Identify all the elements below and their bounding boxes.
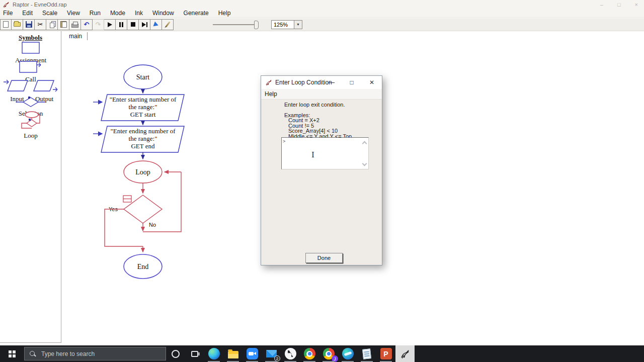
dialog-minimize-icon[interactable]: —: [321, 76, 342, 89]
input2-text: GET end: [131, 142, 155, 150]
pen-icon: [165, 21, 170, 27]
raptor-app-icon: [3, 1, 10, 8]
taskbar-search[interactable]: [24, 347, 166, 360]
toolbar: ✂ ↶ ↷ 125% ▼: [0, 18, 644, 31]
call-shape-icon: [17, 60, 44, 73]
taskbar-webex[interactable]: [338, 345, 357, 362]
slider-thumb[interactable]: [254, 21, 259, 29]
menu-generate[interactable]: Generate: [184, 10, 209, 17]
flowchart-svg: Start "Enter starting number of the rang…: [62, 41, 273, 333]
print-button[interactable]: [69, 19, 81, 30]
input2-text: "Enter ending number of: [110, 127, 176, 135]
cut-button[interactable]: ✂: [35, 19, 46, 30]
ink-pen-button[interactable]: [162, 19, 174, 30]
webex-icon: [342, 348, 354, 359]
input1-text: "Enter starting number of: [110, 96, 177, 103]
dialog-menu-help[interactable]: Help: [265, 90, 277, 98]
input2-text: the range:": [129, 135, 157, 142]
taskbar-edge[interactable]: [204, 345, 223, 362]
taskbar: 2 J P W ? 22°C ☁ ENG: [0, 345, 644, 362]
taskbar-antivirus[interactable]: [281, 345, 300, 362]
task-view-button[interactable]: [185, 345, 204, 362]
windows-logo-icon: [9, 350, 16, 357]
menu-file[interactable]: File: [3, 10, 13, 17]
no-label: No: [149, 222, 156, 228]
dialog-title-bar[interactable]: Enter Loop Condition — □ ✕: [261, 76, 382, 89]
dialog-maximize-icon[interactable]: □: [342, 76, 362, 89]
run-to-cursor-button[interactable]: [150, 19, 162, 30]
file-explorer-icon: [228, 351, 238, 358]
assignment-shape-icon: [20, 41, 42, 54]
zoom-value: 125%: [274, 22, 288, 28]
menu-scale[interactable]: Scale: [42, 10, 57, 17]
taskbar-chrome-profile[interactable]: J: [319, 345, 338, 362]
chevron-down-icon[interactable]: ▼: [294, 20, 302, 29]
sidebar-item-loop[interactable]: Loop: [0, 111, 61, 140]
start-button[interactable]: [0, 345, 24, 362]
taskbar-zoom-app[interactable]: [243, 345, 262, 362]
screen: Raptor - EvneOdd.rap – □ × File Edit Sca…: [0, 0, 644, 362]
menu-help[interactable]: Help: [218, 10, 231, 17]
cut-scissors-icon: ✂: [38, 21, 43, 28]
taskbar-raptor-active[interactable]: [395, 345, 415, 362]
chrome-icon: [304, 348, 315, 359]
taskbar-mail[interactable]: 2: [262, 345, 281, 362]
powerpoint-icon: P: [380, 348, 392, 359]
stop-button[interactable]: [127, 19, 139, 30]
dialog-menu-bar: Help: [261, 89, 382, 100]
menu-mode[interactable]: Mode: [110, 10, 125, 17]
scroll-up-icon[interactable]: [362, 141, 366, 145]
cursor-arrow-icon: [153, 21, 159, 27]
menu-edit[interactable]: Edit: [22, 10, 33, 17]
menu-window[interactable]: Window: [152, 10, 174, 17]
redo-button[interactable]: ↷: [93, 19, 104, 30]
paste-button[interactable]: [58, 19, 69, 30]
zoom-dropdown[interactable]: 125% ▼: [271, 20, 294, 29]
close-icon[interactable]: ×: [635, 2, 638, 8]
raptor-taskbar-icon: [400, 349, 410, 359]
taskbar-file-explorer[interactable]: [223, 345, 243, 362]
search-input[interactable]: [41, 350, 157, 357]
menu-view[interactable]: View: [67, 10, 80, 17]
scroll-down-icon[interactable]: [362, 162, 366, 166]
loop-label: Loop: [135, 168, 150, 176]
symbol-label: Loop: [0, 132, 61, 140]
input1-text: GET start: [130, 111, 156, 118]
menu-ink[interactable]: Ink: [135, 10, 143, 17]
step-button[interactable]: [139, 19, 150, 30]
copy-button[interactable]: [46, 19, 58, 30]
dialog-prompt: Enter loop exit condition.: [284, 102, 352, 108]
undo-button[interactable]: ↶: [81, 19, 93, 30]
example-line: Score_Array[4] < 10: [284, 128, 352, 134]
maximize-icon[interactable]: □: [617, 2, 621, 8]
new-file-button[interactable]: [0, 19, 12, 30]
dialog-close-icon[interactable]: ✕: [362, 76, 382, 89]
taskbar-notepad[interactable]: [357, 345, 376, 362]
taskbar-chrome[interactable]: [300, 345, 319, 362]
selection-shape-icon: [13, 97, 48, 108]
run-button[interactable]: [104, 19, 116, 30]
speed-slider[interactable]: [213, 20, 259, 29]
open-folder-icon: [14, 22, 21, 27]
ibeam-cursor: I: [311, 150, 314, 159]
print-icon: [71, 24, 78, 28]
cortana-button[interactable]: [166, 345, 185, 362]
condition-input[interactable]: >: [281, 137, 369, 169]
tab-main[interactable]: main: [63, 33, 87, 40]
example-line: Count = X+2: [284, 118, 352, 123]
collapse-icon[interactable]: [123, 196, 131, 202]
start-label: Start: [136, 73, 150, 81]
minimize-icon[interactable]: –: [600, 2, 603, 8]
done-button[interactable]: Done: [305, 253, 343, 263]
paste-clipboard-icon: [60, 21, 66, 28]
input1-text: the range:": [129, 103, 157, 111]
pause-button[interactable]: [116, 19, 127, 30]
save-button[interactable]: [23, 19, 35, 30]
antivirus-icon: [285, 348, 296, 359]
taskbar-powerpoint[interactable]: P: [376, 345, 395, 362]
open-file-button[interactable]: [12, 19, 23, 30]
stop-icon: [131, 22, 135, 27]
menu-run[interactable]: Run: [90, 10, 101, 17]
step-icon: [142, 22, 147, 27]
symbols-title: Symbols: [0, 34, 61, 42]
